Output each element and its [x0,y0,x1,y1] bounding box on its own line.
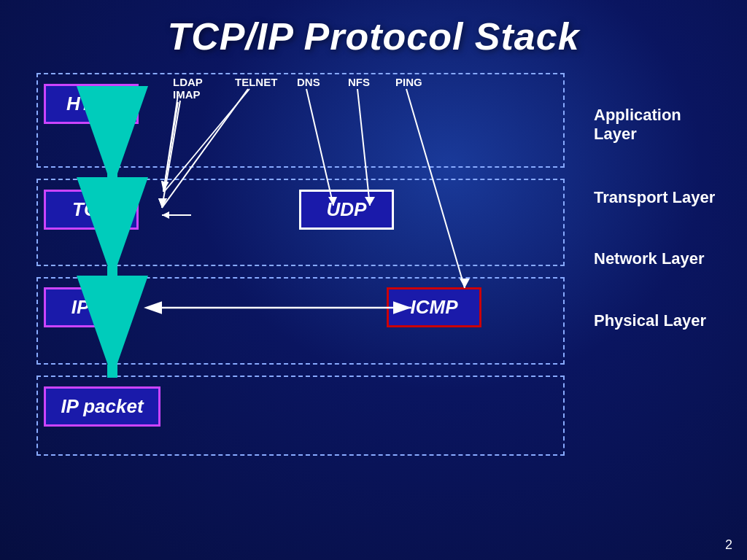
udp-box: UDP [299,190,394,230]
page-number: 2 [725,537,732,553]
ip-box: IP [44,287,117,327]
icmp-box: ICMP [387,287,481,327]
slide-title: TCP/IP Protocol Stack [22,15,725,58]
http-box: HTTP [44,84,139,124]
transport-layer-label: Transport Layer [594,188,725,207]
layer-labels: Application Layer Transport Layer Networ… [579,73,725,338]
diagram: HTTP TCP IP IP packet UDP ICMP [22,73,579,503]
ip-packet-box: IP packet [44,386,160,427]
slide: TCP/IP Protocol Stack HTTP TCP IP [0,0,747,560]
app-layer-label: Application Layer [594,106,725,144]
network-layer-label: Network Layer [594,249,725,268]
content-area: HTTP TCP IP IP packet UDP ICMP [22,73,725,503]
tcp-box: TCP [44,190,139,230]
physical-layer-label: Physical Layer [594,311,725,330]
